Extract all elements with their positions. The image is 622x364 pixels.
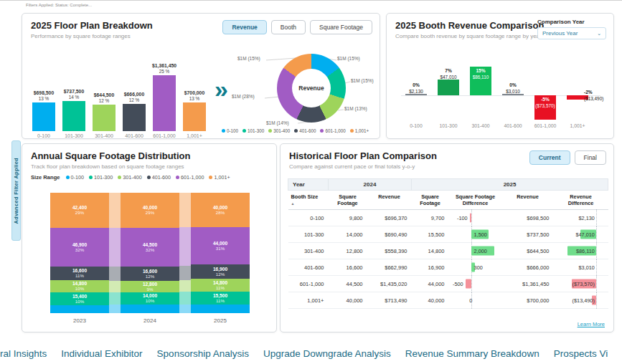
legend-dot	[268, 129, 272, 133]
bar-segment[interactable]: 44,00031%	[191, 227, 250, 264]
nav-tab-revenue-summary-breakdown[interactable]: Revenue Summary Breakdown	[405, 348, 539, 359]
table-row[interactable]: 1,001+40,000$713,49040,0000$700,000($13,…	[288, 292, 608, 309]
table-cell: $698,500	[502, 210, 554, 226]
nav-tab-prospects-vi[interactable]: Prospects Vi	[554, 348, 608, 359]
stacked-bar: 40,00028%44,00031%16,90012%14,80011%15,5…	[191, 193, 250, 313]
bar[interactable]	[183, 102, 206, 131]
bar-segment[interactable]: 44,50032%	[121, 228, 179, 267]
axis-spacer	[109, 315, 121, 324]
nav-tab-individual-exhibitor[interactable]: Individual Exhibitor	[61, 348, 142, 359]
nav-tab-ral-insights[interactable]: ral Insights	[0, 348, 47, 359]
bar-segment[interactable]: 16,60012%	[121, 267, 179, 281]
bar-segment[interactable]: 15,50011%	[191, 292, 250, 305]
nav-tab-upgrade-downgrade-analysis[interactable]: Upgrade Downgrade Analysis	[263, 348, 391, 359]
comparison-table: Year20242025Booth Size▲Square FootageRev…	[288, 178, 608, 309]
bar-segment[interactable]: 16,90012%	[191, 264, 250, 279]
legend-item[interactable]: 0-100	[66, 174, 84, 181]
legend-label: 101-300	[248, 128, 264, 133]
table-row[interactable]: 601-1,00044,500$1,435,02044,000-500$1,36…	[288, 276, 608, 292]
button-square-footage[interactable]: Square Footage	[310, 20, 372, 34]
bar-segment[interactable]: 15,40010%	[50, 292, 109, 305]
table-row[interactable]: 0-1009,800$696,3709,700-100$698,500$2,13…	[288, 210, 608, 226]
bar-segment[interactable]: 42,40029%	[50, 193, 109, 228]
bar-segment[interactable]: 16,60011%	[50, 267, 109, 280]
button-final[interactable]: Final	[575, 150, 606, 165]
bar-segment[interactable]: 40,00028%	[191, 193, 250, 227]
comparison-table-head: Year20242025Booth Size▲Square FootageRev…	[288, 179, 608, 210]
legend-item[interactable]: 101-300	[242, 128, 264, 133]
bar-segment[interactable]: 14,00010%	[121, 292, 179, 305]
table-row[interactable]: 101-30014,000$690,49015,5001,500$737,500…	[288, 226, 608, 243]
bar-segment[interactable]: 40,00029%	[121, 193, 179, 228]
bar[interactable]	[62, 101, 85, 131]
stacked-bar: 40,00029%44,50032%16,60012%12,8009%14,00…	[121, 193, 179, 313]
bar[interactable]	[438, 80, 459, 95]
segment-percent-label: 10%	[75, 299, 84, 304]
segment-value-label: 14,800	[213, 280, 227, 285]
column-header[interactable]: Square Footage Difference	[449, 191, 502, 210]
legend-item[interactable]: 401-600	[294, 128, 316, 133]
bar-column: 0%$2,1300-100	[404, 54, 428, 134]
legend-item[interactable]: 601-1,000	[176, 174, 204, 181]
panel-subtitle: Compare booth revenue by square footage …	[395, 33, 542, 39]
legend-item[interactable]: 0-100	[222, 128, 238, 133]
table-cell: 9,700	[412, 210, 449, 226]
sort-ascending-icon[interactable]: ▲	[291, 201, 326, 206]
table-row[interactable]: 301-40012,800$558,39014,8002,000$644,500…	[288, 243, 608, 259]
panel-title: Annual Square Footage Distribution	[31, 150, 190, 161]
ribbon-segment	[179, 305, 191, 313]
column-header[interactable]: Square Footage	[412, 191, 449, 210]
button-current[interactable]: Current	[529, 150, 570, 165]
legend-item[interactable]: 1,001+	[209, 174, 230, 181]
legend-item[interactable]: 301-400	[268, 128, 290, 133]
bar[interactable]	[123, 104, 146, 131]
legend-label: 301-400	[123, 174, 141, 181]
legend-dot	[209, 176, 212, 179]
table-cell: $666,000	[502, 259, 554, 276]
annual-distribution-panel: Annual Square Footage Distribution Track…	[22, 143, 277, 332]
button-booth[interactable]: Booth	[271, 20, 306, 34]
bar-segment[interactable]	[121, 305, 179, 313]
donut[interactable]: Revenue	[277, 54, 346, 123]
bar-segment[interactable]	[50, 305, 109, 313]
legend-item[interactable]: 1,001+	[350, 128, 369, 133]
bar-segment[interactable]: 12,8009%	[121, 281, 179, 292]
bar[interactable]	[32, 102, 55, 131]
column-header[interactable]: Revenue	[502, 191, 554, 210]
bar-segment[interactable]: 46,90032%	[50, 228, 109, 267]
segment-value-label: 44,500	[143, 242, 157, 247]
button-revenue[interactable]: Revenue	[222, 20, 266, 34]
bar-column: $1,361,45025 %601-1,000	[153, 63, 176, 138]
column-header[interactable]: Revenue	[367, 191, 412, 210]
window-top-border	[0, 0, 622, 1]
diff-value: ($13,490)	[572, 297, 595, 304]
x-axis-label: 2024	[121, 315, 179, 324]
bar-label: 0%$3,010	[496, 82, 529, 95]
bar-segment[interactable]: 14,80011%	[191, 279, 250, 292]
bar-segment[interactable]: 14,80010%	[50, 280, 109, 292]
bar-segment[interactable]	[191, 305, 250, 313]
comparison-year-dropdown[interactable]: Previous Year ⌄	[537, 27, 606, 39]
nav-tab-sponsorship-analysis[interactable]: Sponsorship Analysis	[157, 348, 249, 359]
legend-item[interactable]: 301-400	[118, 174, 141, 181]
bar-column: $737,50014 %101-300	[62, 89, 85, 138]
sqft-diff-cell: 300	[449, 259, 502, 276]
table-cell: $696,370	[367, 210, 412, 226]
bar[interactable]	[153, 75, 176, 131]
diff-value: 300	[474, 264, 483, 271]
legend-item[interactable]: 601-1,000	[320, 128, 345, 133]
column-header[interactable]: Revenue Difference	[554, 191, 608, 210]
floor-plan-bar-chart: $698,50013 %0-100$737,50014 %101-300$644…	[32, 47, 212, 138]
revenue-donut-chart: Revenue $1M (15%) $1M (15%) $1M (13%) $1…	[223, 49, 377, 130]
advanced-filter-ribbon[interactable]: Advanced Filter Applied	[11, 140, 21, 241]
panel-title: 2025 Booth Revenue Comparison	[395, 20, 544, 31]
column-header[interactable]: Booth Size▲	[288, 191, 329, 210]
bar[interactable]	[93, 105, 116, 131]
legend-item[interactable]: 401-600	[147, 174, 171, 181]
learn-more-link[interactable]: Learn More	[578, 321, 605, 327]
column-header[interactable]: Square Footage	[329, 191, 367, 210]
legend-item[interactable]: 101-300	[89, 174, 113, 181]
legend-dot	[242, 129, 246, 133]
legend-dot	[350, 129, 354, 133]
table-row[interactable]: 401-60016,600$662,99016,900300$666,000$3…	[288, 259, 608, 276]
